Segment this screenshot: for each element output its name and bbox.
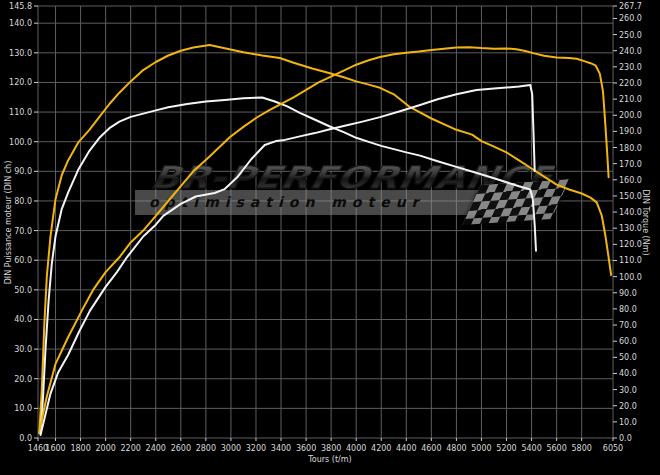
curve-tuned-power: [39, 47, 608, 432]
dyno-chart: 145.8140.0130.0120.0110.0100.090.080.070…: [0, 0, 660, 475]
curve-tuned-torque: [39, 45, 611, 433]
x-axis-title: Tours (t/m): [230, 455, 430, 464]
curve-layer: [0, 0, 660, 475]
curve-original-power: [41, 85, 535, 435]
y-axis-right-title: DIN Torque (Nm): [641, 143, 650, 303]
y-axis-left-title: DIN Puissance moteur (DIN ch): [4, 143, 13, 303]
curve-original-torque: [41, 98, 537, 434]
